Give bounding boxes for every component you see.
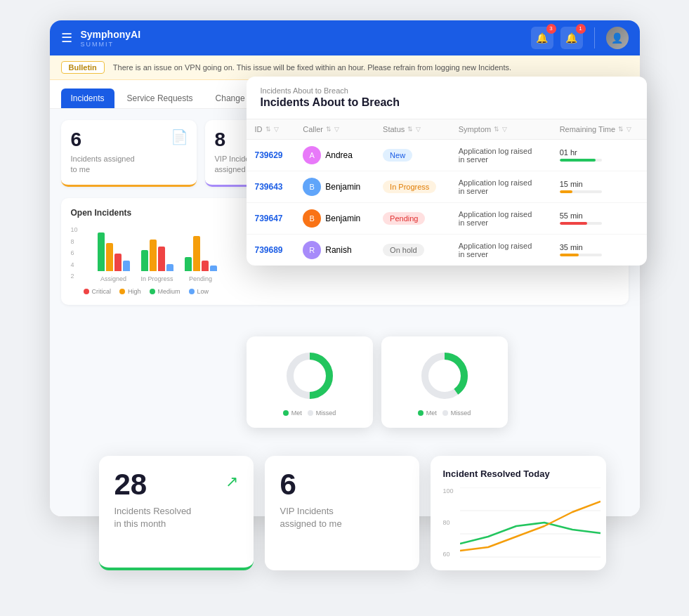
bar-label-progress: In Progress bbox=[141, 275, 173, 282]
legend-high: High bbox=[119, 288, 141, 295]
stat-icon-incidents-me: 📄 bbox=[171, 129, 188, 145]
bar-pending-medium bbox=[185, 257, 192, 271]
caller-name-benjamin-1: Benjamin bbox=[325, 182, 360, 192]
bar-progress-low bbox=[166, 264, 173, 271]
time-text-739629: 01 hr bbox=[560, 148, 638, 157]
donuts-row: Met Missed Met Missed bbox=[247, 336, 508, 428]
y-100: 100 bbox=[443, 487, 454, 494]
incident-id-739643[interactable]: 739643 bbox=[255, 182, 283, 192]
legend-high-dot bbox=[119, 289, 125, 294]
donut-svg-1 bbox=[282, 348, 338, 404]
breach-table: ID ⇅▽ Caller ⇅▽ Status ⇅▽ Symptom ⇅▽ Rem… bbox=[247, 119, 647, 266]
time-cell-739647: 55 min bbox=[560, 211, 638, 225]
incident-id-739647[interactable]: 739647 bbox=[255, 214, 283, 223]
chart-legend: Critical High Medium bbox=[84, 288, 619, 295]
sort-id[interactable]: ⇅ bbox=[265, 126, 271, 133]
tab-incidents[interactable]: Incidents bbox=[61, 89, 114, 108]
caller-benjamin-2: B Benjamin bbox=[303, 209, 366, 228]
donut-missed-2: Missed bbox=[442, 409, 471, 417]
table-row: 739643 B Benjamin In Progress Applicatio… bbox=[247, 171, 647, 202]
symptom-739629: Application log raised in server bbox=[459, 147, 536, 164]
symptom-739647: Application log raised in server bbox=[459, 210, 536, 227]
tab-service-requests[interactable]: Service Requests bbox=[117, 89, 203, 108]
time-bar-bg-739689 bbox=[560, 254, 602, 256]
line-chart: 100 80 60 bbox=[443, 487, 593, 558]
y-label-10: 10 bbox=[71, 226, 78, 233]
sort-caller[interactable]: ⇅ bbox=[326, 126, 332, 133]
time-bar-bg-739647 bbox=[560, 222, 602, 225]
table-row: 739629 A Andrea New Application log rais… bbox=[247, 139, 647, 171]
navbar-icons: 🔔 3 🔔 1 👤 bbox=[531, 27, 629, 49]
logo-title: SymphonyAI bbox=[81, 29, 141, 40]
status-hold-badge: On hold bbox=[383, 244, 424, 256]
filter-symptom[interactable]: ▽ bbox=[502, 126, 507, 133]
line-orange bbox=[460, 502, 601, 551]
notification-badge: 3 bbox=[546, 24, 556, 34]
bar-pending-low bbox=[210, 266, 217, 271]
time-cell-739689: 35 min bbox=[560, 243, 638, 256]
sort-status[interactable]: ⇅ bbox=[407, 126, 413, 133]
y-label-4: 4 bbox=[71, 261, 78, 268]
notification-bell-btn[interactable]: 🔔 3 bbox=[531, 27, 553, 49]
caller-benjamin-1: B Benjamin bbox=[303, 178, 366, 196]
filter-caller[interactable]: ▽ bbox=[334, 126, 339, 133]
donut-missed-dot-1 bbox=[308, 410, 313, 416]
line-green bbox=[460, 523, 601, 544]
hamburger-icon[interactable]: ☰ bbox=[61, 30, 72, 46]
alert-badge: 1 bbox=[576, 24, 586, 34]
bar-progress-medium bbox=[141, 250, 148, 271]
nav-divider bbox=[594, 27, 595, 48]
status-pending-badge: Pending bbox=[383, 212, 425, 225]
resolved-incidents-card: 28 ↗ Incidents Resolvedin this month bbox=[99, 456, 254, 570]
time-cell-739643: 15 min bbox=[560, 180, 638, 193]
bar-assigned-low bbox=[123, 261, 130, 271]
y-80: 80 bbox=[443, 519, 454, 526]
legend-low: Low bbox=[189, 288, 209, 295]
breach-header: Incidents About to Breach Incidents Abou… bbox=[247, 77, 647, 119]
col-id: ID ⇅▽ bbox=[247, 119, 295, 140]
user-avatar[interactable]: 👤 bbox=[606, 27, 629, 49]
bar-progress-critical bbox=[158, 247, 165, 271]
donut-met-label-2: Met bbox=[426, 409, 437, 417]
col-time: Remaining Time ⇅▽ bbox=[551, 119, 647, 140]
filter-id[interactable]: ▽ bbox=[274, 126, 279, 133]
filter-time[interactable]: ▽ bbox=[626, 126, 631, 133]
filter-status[interactable]: ▽ bbox=[416, 126, 421, 133]
vip-incidents-card: 6 VIP Incidentsassigned to me bbox=[265, 456, 419, 570]
bar-assigned-medium bbox=[98, 232, 105, 271]
col-caller: Caller ⇅▽ bbox=[294, 119, 374, 140]
donut-card-2: Met Missed bbox=[381, 336, 508, 428]
breach-header-small: Incidents About to Breach bbox=[261, 86, 633, 95]
bar-label-pending: Pending bbox=[189, 275, 212, 282]
caller-avatar-andrea: A bbox=[303, 146, 321, 164]
bar-pending-critical bbox=[202, 261, 209, 271]
donut-legend-1: Met Missed bbox=[283, 409, 336, 417]
caller-name-andrea: Andrea bbox=[325, 150, 353, 160]
stat-card-incidents-me: 📄 6 Incidents assignedto me bbox=[61, 120, 197, 188]
legend-critical-label: Critical bbox=[92, 288, 112, 295]
symptom-739643: Application log raised in server bbox=[459, 178, 536, 195]
logo: SymphonyAI SUMMIT bbox=[81, 28, 531, 48]
stat-label-incidents-me: Incidents assignedto me bbox=[71, 154, 187, 176]
col-status: Status ⇅▽ bbox=[374, 119, 450, 140]
caller-andrea: A Andrea bbox=[303, 146, 366, 164]
y-label-6: 6 bbox=[71, 249, 78, 256]
resolved-arrow-icon: ↗ bbox=[225, 473, 238, 491]
donut-svg-2 bbox=[416, 348, 473, 404]
col-symptom: Symptom ⇅▽ bbox=[450, 119, 551, 140]
vip-number: 6 bbox=[280, 470, 404, 499]
incident-id-739689[interactable]: 739689 bbox=[255, 245, 283, 255]
alert-bell-btn[interactable]: 🔔 1 bbox=[560, 27, 583, 49]
legend-medium: Medium bbox=[150, 288, 181, 295]
sort-time[interactable]: ⇅ bbox=[618, 126, 624, 133]
incident-id-739629[interactable]: 739629 bbox=[255, 150, 283, 160]
bar-group-assigned: Assigned bbox=[98, 232, 130, 282]
bar-assigned-critical bbox=[114, 254, 122, 271]
donut-missed-label-2: Missed bbox=[451, 409, 471, 417]
sort-symptom[interactable]: ⇅ bbox=[494, 126, 499, 133]
legend-medium-dot bbox=[150, 289, 155, 294]
bulletin-label: Bulletin bbox=[61, 61, 105, 74]
caller-avatar-benjamin-2: B bbox=[303, 209, 321, 228]
incident-resolved-today-card: Incident Resolved Today 100 80 60 bbox=[431, 456, 606, 570]
donut-met-label-1: Met bbox=[291, 409, 302, 417]
